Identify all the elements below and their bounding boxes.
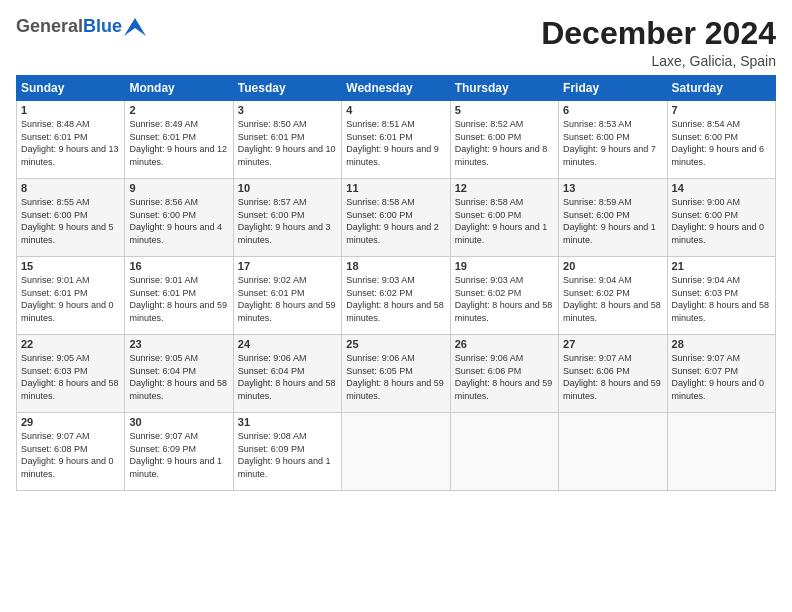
calendar-day: 4Sunrise: 8:51 AMSunset: 6:01 PMDaylight… xyxy=(342,101,450,179)
title-block: December 2024 Laxe, Galicia, Spain xyxy=(541,16,776,69)
col-sunday: Sunday xyxy=(17,76,125,101)
calendar-day: 31Sunrise: 9:08 AMSunset: 6:09 PMDayligh… xyxy=(233,413,341,491)
day-info: Sunrise: 9:03 AMSunset: 6:02 PMDaylight:… xyxy=(455,274,554,324)
svg-marker-0 xyxy=(124,18,146,36)
calendar-day: 18Sunrise: 9:03 AMSunset: 6:02 PMDayligh… xyxy=(342,257,450,335)
day-number: 29 xyxy=(21,416,120,428)
day-info: Sunrise: 8:52 AMSunset: 6:00 PMDaylight:… xyxy=(455,118,554,168)
col-tuesday: Tuesday xyxy=(233,76,341,101)
calendar-day: 5Sunrise: 8:52 AMSunset: 6:00 PMDaylight… xyxy=(450,101,558,179)
day-info: Sunrise: 9:00 AMSunset: 6:00 PMDaylight:… xyxy=(672,196,771,246)
col-wednesday: Wednesday xyxy=(342,76,450,101)
calendar-day: 9Sunrise: 8:56 AMSunset: 6:00 PMDaylight… xyxy=(125,179,233,257)
calendar-day: 3Sunrise: 8:50 AMSunset: 6:01 PMDaylight… xyxy=(233,101,341,179)
day-info: Sunrise: 9:05 AMSunset: 6:04 PMDaylight:… xyxy=(129,352,228,402)
calendar-day: 23Sunrise: 9:05 AMSunset: 6:04 PMDayligh… xyxy=(125,335,233,413)
day-number: 26 xyxy=(455,338,554,350)
col-friday: Friday xyxy=(559,76,667,101)
day-info: Sunrise: 9:07 AMSunset: 6:07 PMDaylight:… xyxy=(672,352,771,402)
day-info: Sunrise: 8:57 AMSunset: 6:00 PMDaylight:… xyxy=(238,196,337,246)
calendar-week-row: 22Sunrise: 9:05 AMSunset: 6:03 PMDayligh… xyxy=(17,335,776,413)
day-info: Sunrise: 9:02 AMSunset: 6:01 PMDaylight:… xyxy=(238,274,337,324)
day-number: 10 xyxy=(238,182,337,194)
logo-blue: Blue xyxy=(83,16,122,36)
logo-bird-icon xyxy=(124,18,146,36)
day-number: 3 xyxy=(238,104,337,116)
calendar-day: 20Sunrise: 9:04 AMSunset: 6:02 PMDayligh… xyxy=(559,257,667,335)
calendar-week-row: 1Sunrise: 8:48 AMSunset: 6:01 PMDaylight… xyxy=(17,101,776,179)
day-info: Sunrise: 8:55 AMSunset: 6:00 PMDaylight:… xyxy=(21,196,120,246)
calendar-day: 26Sunrise: 9:06 AMSunset: 6:06 PMDayligh… xyxy=(450,335,558,413)
day-info: Sunrise: 9:04 AMSunset: 6:02 PMDaylight:… xyxy=(563,274,662,324)
calendar-day: 24Sunrise: 9:06 AMSunset: 6:04 PMDayligh… xyxy=(233,335,341,413)
day-info: Sunrise: 9:01 AMSunset: 6:01 PMDaylight:… xyxy=(129,274,228,324)
page-container: GeneralBlue December 2024 Laxe, Galicia,… xyxy=(0,0,792,499)
location: Laxe, Galicia, Spain xyxy=(541,53,776,69)
header-row: Sunday Monday Tuesday Wednesday Thursday… xyxy=(17,76,776,101)
day-number: 22 xyxy=(21,338,120,350)
calendar-day: 14Sunrise: 9:00 AMSunset: 6:00 PMDayligh… xyxy=(667,179,775,257)
calendar-day: 28Sunrise: 9:07 AMSunset: 6:07 PMDayligh… xyxy=(667,335,775,413)
day-info: Sunrise: 8:54 AMSunset: 6:00 PMDaylight:… xyxy=(672,118,771,168)
calendar-day: 17Sunrise: 9:02 AMSunset: 6:01 PMDayligh… xyxy=(233,257,341,335)
day-number: 28 xyxy=(672,338,771,350)
day-info: Sunrise: 9:03 AMSunset: 6:02 PMDaylight:… xyxy=(346,274,445,324)
day-number: 14 xyxy=(672,182,771,194)
day-info: Sunrise: 8:50 AMSunset: 6:01 PMDaylight:… xyxy=(238,118,337,168)
day-info: Sunrise: 9:06 AMSunset: 6:06 PMDaylight:… xyxy=(455,352,554,402)
calendar-day: 16Sunrise: 9:01 AMSunset: 6:01 PMDayligh… xyxy=(125,257,233,335)
col-saturday: Saturday xyxy=(667,76,775,101)
day-info: Sunrise: 9:01 AMSunset: 6:01 PMDaylight:… xyxy=(21,274,120,324)
day-number: 6 xyxy=(563,104,662,116)
day-info: Sunrise: 9:07 AMSunset: 6:06 PMDaylight:… xyxy=(563,352,662,402)
calendar-day xyxy=(450,413,558,491)
calendar-week-row: 29Sunrise: 9:07 AMSunset: 6:08 PMDayligh… xyxy=(17,413,776,491)
day-info: Sunrise: 8:51 AMSunset: 6:01 PMDaylight:… xyxy=(346,118,445,168)
day-info: Sunrise: 9:07 AMSunset: 6:08 PMDaylight:… xyxy=(21,430,120,480)
calendar-day: 7Sunrise: 8:54 AMSunset: 6:00 PMDaylight… xyxy=(667,101,775,179)
day-info: Sunrise: 9:06 AMSunset: 6:04 PMDaylight:… xyxy=(238,352,337,402)
day-number: 30 xyxy=(129,416,228,428)
logo-text: GeneralBlue xyxy=(16,16,122,37)
calendar-day: 30Sunrise: 9:07 AMSunset: 6:09 PMDayligh… xyxy=(125,413,233,491)
day-number: 1 xyxy=(21,104,120,116)
calendar-week-row: 15Sunrise: 9:01 AMSunset: 6:01 PMDayligh… xyxy=(17,257,776,335)
calendar-day: 29Sunrise: 9:07 AMSunset: 6:08 PMDayligh… xyxy=(17,413,125,491)
day-number: 27 xyxy=(563,338,662,350)
calendar-day xyxy=(667,413,775,491)
calendar-day: 8Sunrise: 8:55 AMSunset: 6:00 PMDaylight… xyxy=(17,179,125,257)
calendar-header: Sunday Monday Tuesday Wednesday Thursday… xyxy=(17,76,776,101)
calendar-day: 25Sunrise: 9:06 AMSunset: 6:05 PMDayligh… xyxy=(342,335,450,413)
day-info: Sunrise: 9:08 AMSunset: 6:09 PMDaylight:… xyxy=(238,430,337,480)
calendar-week-row: 8Sunrise: 8:55 AMSunset: 6:00 PMDaylight… xyxy=(17,179,776,257)
calendar-day: 22Sunrise: 9:05 AMSunset: 6:03 PMDayligh… xyxy=(17,335,125,413)
day-info: Sunrise: 9:07 AMSunset: 6:09 PMDaylight:… xyxy=(129,430,228,480)
calendar-day: 12Sunrise: 8:58 AMSunset: 6:00 PMDayligh… xyxy=(450,179,558,257)
calendar-day: 15Sunrise: 9:01 AMSunset: 6:01 PMDayligh… xyxy=(17,257,125,335)
day-number: 2 xyxy=(129,104,228,116)
calendar-day: 6Sunrise: 8:53 AMSunset: 6:00 PMDaylight… xyxy=(559,101,667,179)
day-number: 18 xyxy=(346,260,445,272)
calendar-day: 10Sunrise: 8:57 AMSunset: 6:00 PMDayligh… xyxy=(233,179,341,257)
calendar-body: 1Sunrise: 8:48 AMSunset: 6:01 PMDaylight… xyxy=(17,101,776,491)
header: GeneralBlue December 2024 Laxe, Galicia,… xyxy=(16,16,776,69)
day-number: 24 xyxy=(238,338,337,350)
day-info: Sunrise: 8:58 AMSunset: 6:00 PMDaylight:… xyxy=(455,196,554,246)
day-number: 13 xyxy=(563,182,662,194)
col-monday: Monday xyxy=(125,76,233,101)
calendar-table: Sunday Monday Tuesday Wednesday Thursday… xyxy=(16,75,776,491)
day-info: Sunrise: 8:58 AMSunset: 6:00 PMDaylight:… xyxy=(346,196,445,246)
day-info: Sunrise: 9:06 AMSunset: 6:05 PMDaylight:… xyxy=(346,352,445,402)
day-info: Sunrise: 8:49 AMSunset: 6:01 PMDaylight:… xyxy=(129,118,228,168)
col-thursday: Thursday xyxy=(450,76,558,101)
day-info: Sunrise: 9:05 AMSunset: 6:03 PMDaylight:… xyxy=(21,352,120,402)
day-number: 7 xyxy=(672,104,771,116)
day-info: Sunrise: 8:53 AMSunset: 6:00 PMDaylight:… xyxy=(563,118,662,168)
day-number: 16 xyxy=(129,260,228,272)
day-number: 4 xyxy=(346,104,445,116)
calendar-day: 13Sunrise: 8:59 AMSunset: 6:00 PMDayligh… xyxy=(559,179,667,257)
calendar-day: 19Sunrise: 9:03 AMSunset: 6:02 PMDayligh… xyxy=(450,257,558,335)
day-number: 21 xyxy=(672,260,771,272)
day-info: Sunrise: 9:04 AMSunset: 6:03 PMDaylight:… xyxy=(672,274,771,324)
day-info: Sunrise: 8:56 AMSunset: 6:00 PMDaylight:… xyxy=(129,196,228,246)
